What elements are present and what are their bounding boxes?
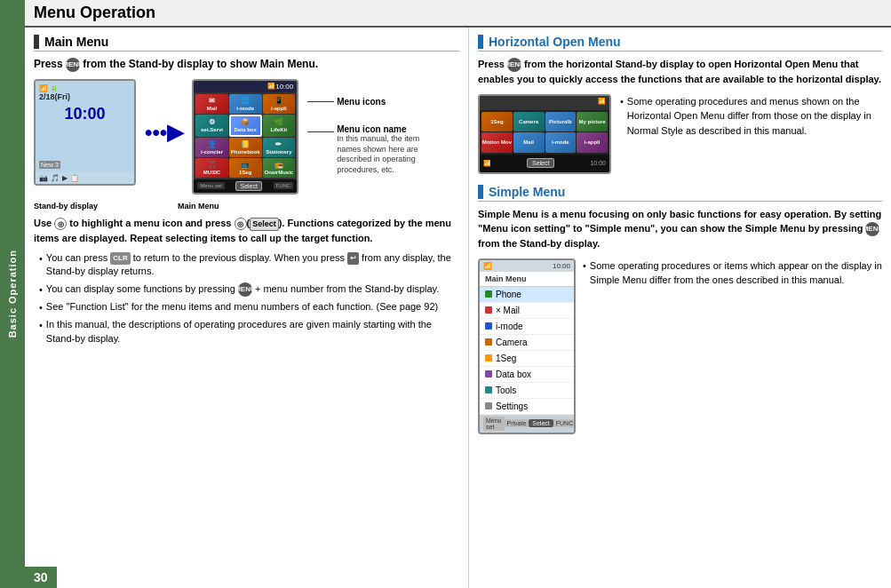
horiz-cell-picturealb: Picturalb <box>545 112 577 132</box>
horiz-cell-1seg: 1Seg <box>481 112 513 132</box>
sidebar-label: Basic Operation <box>7 250 18 338</box>
simple-tools-label: Tools <box>496 385 516 395</box>
menu-key-icon-2: MENU <box>238 282 252 297</box>
bullet-text-3: See "Function List" for the menu items a… <box>46 300 438 314</box>
simple-bullet-dot: • <box>583 258 586 288</box>
horiz-cell-mail: Mail <box>513 132 545 153</box>
seg-dot <box>485 354 492 362</box>
simple-item-phone: Phone <box>480 287 574 303</box>
simple-menu-body-text: Simple Menu is a menu focusing on only b… <box>478 207 882 251</box>
horiz-signal-bottom: 📶 <box>483 160 491 167</box>
menu-set-btn[interactable]: Menu set <box>197 182 225 189</box>
horizontal-section: Horizontal Open Menu Press MENU from the… <box>478 35 882 174</box>
menu-cell-iconcier: 👤 i-concier <box>195 138 228 157</box>
horiz-cell-mypicture: My picture <box>577 112 608 132</box>
horiz-bottom-bar: 📶 Select 10:00 <box>480 155 609 172</box>
simple-item-settings: Settings <box>480 399 574 415</box>
main-menu-section-header: Main Menu <box>34 35 459 52</box>
simple-bottom-bar: Menu set Private Select FUNC <box>480 415 574 433</box>
horiz-bullet-text: Some operating procedures and menus show… <box>627 94 882 139</box>
bullet-text-1: You can press CLR to return to the previ… <box>46 251 459 279</box>
press-instruction: Press MENU from the Stand-by display to … <box>34 57 459 72</box>
menu-cell-1seg: 📺 1Seg <box>229 158 262 178</box>
signal-icons: 📶 🔋 <box>39 84 59 92</box>
page-number: 30 <box>25 567 57 588</box>
horiz-cell-motionmov: Motion Mov <box>481 132 513 153</box>
simple-right-text: • Some operating procedures or items whi… <box>583 258 882 434</box>
annotation-line2 <box>307 131 334 132</box>
standby-time: 10:00 <box>39 105 131 123</box>
menu-icon-name-desc: In this manual, the item names shown her… <box>337 134 423 176</box>
standby-icon-row: 📷🎵▶📋 <box>36 172 134 184</box>
bullet-text-4: In this manual, the descriptions of oper… <box>46 318 459 346</box>
horiz-select-button[interactable]: Select <box>527 158 554 168</box>
settings-dot <box>485 402 492 409</box>
horiz-right-text: • Some operating procedures and menus sh… <box>620 94 882 174</box>
tools-dot <box>485 386 492 393</box>
simple-menu-list: Phone × Mail i-mode Camera <box>480 287 574 415</box>
menu-cell-onairmusic: 📻 OnairMusic <box>263 158 296 178</box>
bullet-dot-3: • <box>39 301 43 314</box>
left-column: Main Menu Press MENU from the Stand-by d… <box>25 28 469 588</box>
page-title: Menu Operation <box>34 4 882 22</box>
menu-cell-databox: 📦 Data box <box>229 115 262 138</box>
menu-grid: ✉ Mail 🌐 i-mode 📱 i-appli <box>194 92 297 179</box>
simple-databox-label: Data box <box>496 369 531 379</box>
main-menu-phone-mock: 📶 10:00 ✉ Mail 🌐 i-mode <box>192 79 298 195</box>
menu-cell-phonebook: 📒 Phonebook <box>229 138 262 157</box>
menu-icons-label: Menu icons <box>337 97 386 107</box>
simple-private-btn[interactable]: Private <box>505 419 529 427</box>
menu-cell-iappli: 📱 i-appli <box>263 94 296 114</box>
databox-dot <box>485 370 492 377</box>
display-labels: Stand-by display Main Menu <box>34 202 459 211</box>
menu-icon-name-annotation: Menu icon name In this manual, the item … <box>307 124 423 176</box>
simple-select-btn[interactable]: Select <box>529 419 553 427</box>
menu-cell-setservi: ⚙ set.Servi <box>195 115 228 138</box>
menu-key-horiz: MENU <box>507 58 521 72</box>
simple-menu-title: Simple Menu <box>489 185 565 199</box>
annotation-line1 <box>307 101 334 102</box>
horiz-time: 10:00 <box>590 160 606 166</box>
menu-cell-imode: 🌐 i-mode <box>229 94 262 114</box>
bullet-dot-1: • <box>39 252 43 279</box>
horiz-cell-camera: Camera <box>513 112 545 132</box>
simple-func-btn[interactable]: FUNC <box>553 419 576 427</box>
page-number-container: 30 <box>25 567 57 588</box>
simple-section-bar <box>478 185 483 199</box>
signal-icon: 📶 <box>267 83 275 90</box>
standby-screen: 📶 🔋 2/18(Fri) 10:00 New 3 <box>36 81 134 172</box>
end-key-icon: ↩ <box>347 252 359 264</box>
menu-cell-stationery: ✏ Stationery <box>263 138 296 157</box>
simple-item-1seg: 1Seg <box>480 351 574 367</box>
simple-imode-label: i-mode <box>496 322 523 331</box>
simple-section-row: 📶 10:00 Main Menu Phone × Mail <box>478 258 882 434</box>
horizontal-section-bar <box>478 35 483 49</box>
simple-item-databox: Data box <box>480 367 574 383</box>
simple-menu-set-btn[interactable]: Menu set <box>483 417 505 431</box>
func-btn[interactable]: FUNC <box>274 182 294 189</box>
menu-key-icon: MENU <box>66 58 80 72</box>
menu-top-bar: 📶 10:00 <box>194 81 297 92</box>
menu-cell-music: 🎵 MUSIC <box>195 158 228 178</box>
simple-settings-label: Settings <box>496 401 528 411</box>
menu-icons-annotation: Menu icons <box>307 97 423 107</box>
bullet-dot-4: • <box>39 319 43 346</box>
simple-time: 10:00 <box>553 262 570 270</box>
main-menu-title: Main Menu <box>44 35 108 49</box>
camera-dot <box>485 338 492 346</box>
sidebar: Basic Operation <box>0 0 25 588</box>
bullet-item-4: • In this manual, the descriptions of op… <box>39 318 459 346</box>
select-button[interactable]: Select <box>235 181 261 191</box>
annotations: Menu icons Menu icon name In this manual… <box>307 97 423 176</box>
standby-phone-mock: 📶 🔋 2/18(Fri) 10:00 New 3 📷🎵▶📋 <box>34 79 136 186</box>
horizontal-body-text: Press MENU from the horizontal Stand-by … <box>478 57 882 87</box>
horiz-bullet: • Some operating procedures and menus sh… <box>620 94 882 139</box>
menu-icon-name-title: Menu icon name <box>337 124 423 134</box>
horiz-cell-iappli: i-appli <box>577 132 608 153</box>
menu-bottom-bar: Menu set Select FUNC <box>194 179 297 193</box>
mail-dot <box>485 306 492 314</box>
simple-signal: 📶 <box>483 262 492 270</box>
arrow-icon: •••▶ <box>145 120 183 145</box>
menu-cell-mail: ✉ Mail <box>195 94 228 114</box>
menu-icon-name-block: Menu icon name In this manual, the item … <box>337 124 423 176</box>
